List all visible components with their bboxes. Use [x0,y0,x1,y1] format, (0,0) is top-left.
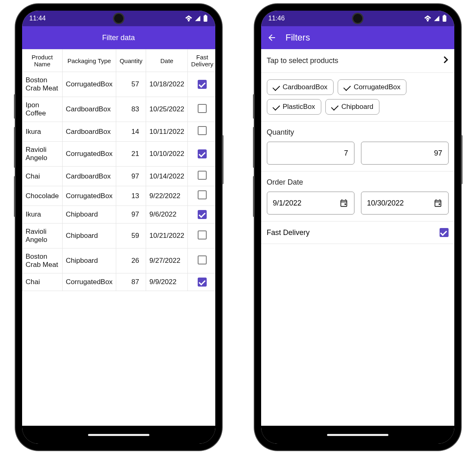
cell-date: 10/11/2022 [146,122,188,142]
data-grid-container[interactable]: Product NamePackaging TypeQuantityDateFa… [22,49,215,426]
status-time: 11:46 [268,15,424,22]
quantity-max-input[interactable]: 97 [361,142,449,165]
cell-packaging: CorrugatedBox [62,186,116,206]
cell-product: Chai [22,167,62,186]
cell-packaging: Chipboard [62,206,116,224]
column-header[interactable]: Quantity [116,50,146,72]
nav-bar [261,426,454,444]
chip-cardboardbox[interactable]: CardboardBox [267,79,334,95]
cell-quantity: 14 [116,122,146,142]
column-header[interactable]: Product Name [22,50,62,72]
svg-rect-3 [444,15,445,16]
camera-notch [114,14,123,23]
check-icon [343,84,351,91]
cell-product: Chocolade [22,186,62,206]
cell-product: Boston Crab Meat [22,72,62,97]
column-header[interactable]: Packaging Type [62,50,116,72]
back-icon[interactable] [267,33,277,43]
cell-product: Chai [22,273,62,291]
cell-date: 10/25/2022 [146,97,188,122]
table-row[interactable]: Ravioli AngeloCorrugatedBox2110/10/2022 [22,142,215,167]
fast-delivery-checkbox[interactable] [198,171,207,180]
phone-left: 11:44 Filter data Product NamePackaging … [16,4,222,450]
cell-quantity: 59 [116,224,146,248]
fast-delivery-checkbox[interactable] [198,230,207,239]
cell-product: Ikura [22,206,62,224]
table-row[interactable]: IkuraChipboard979/6/2022 [22,206,215,224]
svg-rect-2 [442,16,446,22]
cell-product: Ikura [22,122,62,142]
cell-quantity: 13 [116,186,146,206]
fast-delivery-checkbox[interactable] [198,80,207,89]
status-icons [185,15,208,22]
table-row[interactable]: Ravioli AngeloChipboard5910/21/2022 [22,224,215,248]
fast-delivery-checkbox[interactable] [198,210,207,219]
cell-date: 10/10/2022 [146,142,188,167]
data-grid: Product NamePackaging TypeQuantityDateFa… [22,49,215,291]
cell-fast-delivery [188,248,215,273]
fast-delivery-checkbox[interactable] [198,278,207,287]
table-row[interactable]: Boston Crab MeatCorrugatedBox5710/18/202… [22,72,215,97]
cell-product: Boston Crab Meat [22,248,62,273]
cell-quantity: 87 [116,273,146,291]
column-header[interactable]: Fast Delivery [188,50,215,72]
column-header[interactable]: Date [146,50,188,72]
chevron-right-icon [443,56,449,66]
cell-product: Ravioli Angelo [22,224,62,248]
check-icon [331,103,338,111]
fast-delivery-checkbox[interactable] [440,228,449,237]
packaging-chips: CardboardBoxCorrugatedBoxPlasticBoxChipb… [267,79,449,115]
date-to-input[interactable]: 10/30/2022 [361,192,449,215]
chip-plasticbox[interactable]: PlasticBox [267,99,321,115]
cell-date: 9/6/2022 [146,206,188,224]
fast-delivery-checkbox[interactable] [198,255,207,264]
cell-packaging: CorrugatedBox [62,273,116,291]
select-products-row[interactable]: Tap to select products [267,56,449,66]
fast-delivery-checkbox[interactable] [198,104,207,113]
cell-product: Ipon Coffee [22,97,62,122]
calendar-icon [433,199,442,208]
table-row[interactable]: ChaiCorrugatedBox879/9/2022 [22,273,215,291]
check-icon [272,84,280,91]
chip-chipboard[interactable]: Chipboard [325,99,379,115]
table-row[interactable]: ChocoladeCorrugatedBox139/22/2022 [22,186,215,206]
camera-notch [353,14,362,23]
cell-date: 9/22/2022 [146,186,188,206]
cell-date: 10/14/2022 [146,167,188,186]
cell-fast-delivery [188,224,215,248]
cell-fast-delivery [188,72,215,97]
table-row[interactable]: Boston Crab MeatChipboard269/27/2022 [22,248,215,273]
cell-quantity: 21 [116,142,146,167]
cell-packaging: CorrugatedBox [62,72,116,97]
fast-delivery-checkbox[interactable] [198,149,207,158]
cell-packaging: CardboardBox [62,122,116,142]
cell-packaging: CardboardBox [62,167,116,186]
cell-packaging: Chipboard [62,248,116,273]
quantity-min-input[interactable]: 7 [267,142,354,165]
table-row[interactable]: IkuraCardboardBox1410/11/2022 [22,122,215,142]
date-from-input[interactable]: 9/1/2022 [267,192,354,215]
cell-packaging: CorrugatedBox [62,142,116,167]
calendar-icon [339,199,348,208]
cell-fast-delivery [188,97,215,122]
quantity-label: Quantity [267,128,449,137]
check-icon [272,103,280,111]
phone-right: 11:46 Filters Tap to select products [255,4,461,450]
cell-date: 10/18/2022 [146,72,188,97]
chip-corrugatedbox[interactable]: CorrugatedBox [338,79,406,95]
cell-quantity: 97 [116,167,146,186]
fast-delivery-checkbox[interactable] [198,126,207,135]
cell-packaging: CardboardBox [62,97,116,122]
select-products-label: Tap to select products [267,56,338,65]
cell-packaging: Chipboard [62,224,116,248]
cell-date: 10/21/2022 [146,224,188,248]
table-row[interactable]: Ipon CoffeeCardboardBox8310/25/2022 [22,97,215,122]
cell-fast-delivery [188,273,215,291]
table-row[interactable]: ChaiCardboardBox9710/14/2022 [22,167,215,186]
svg-rect-1 [205,15,206,16]
fast-delivery-checkbox[interactable] [198,190,207,199]
cell-product: Ravioli Angelo [22,142,62,167]
svg-rect-0 [203,16,207,22]
cell-fast-delivery [188,167,215,186]
appbar-title: Filter data [102,34,135,42]
